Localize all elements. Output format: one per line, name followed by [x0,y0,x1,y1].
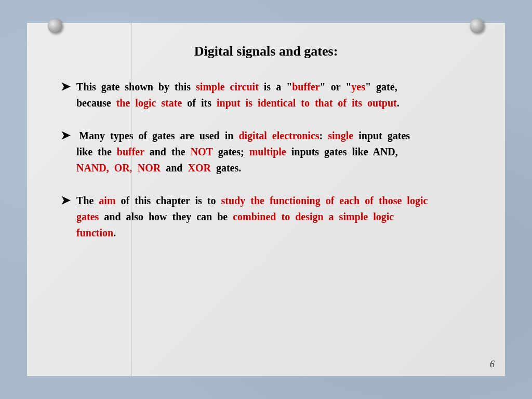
highlight-combined: combined to design a simple logic [233,211,394,222]
content-area: ➤ This gate shown by this simple circuit… [56,79,476,361]
highlight-nand-or-nor: NAND, OR, NOR [76,162,161,174]
bullet-text-3: The aim of this chapter is to study the … [76,193,428,241]
highlight-simple-circuit: simple circuit [196,81,259,92]
bullet-arrow-1: ➤ [61,80,70,94]
highlight-buffer-1: buffer [292,81,320,92]
highlight-gates: gates [76,211,99,222]
highlight-logic-state: the logic state [116,97,182,109]
highlight-aim: aim [99,195,115,206]
highlight-digital-electronics: digital electronics [238,130,319,141]
bullet-arrow-2: ➤ [61,129,70,142]
highlight-yes: yes [351,81,365,92]
highlight-buffer-2: buffer [117,146,144,157]
page-number: 6 [490,359,495,370]
highlight-function: function [76,227,113,238]
bullet-text-1: This gate shown by this simple circuit i… [76,79,400,111]
slide-title: Digital signals and gates: [56,44,476,64]
slide-container: Digital signals and gates: ➤ This gate s… [27,23,505,376]
highlight-input-identical: input is identical to that of its output [217,97,397,109]
highlight-study: study the functioning of each of those l… [221,195,428,206]
bullet-arrow-3: ➤ [61,194,70,207]
highlight-not: NOT [191,146,213,157]
pin-top-right [470,19,484,33]
pin-top-left [48,19,62,33]
slide: Digital signals and gates: ➤ This gate s… [27,23,505,376]
bullet-item-3: ➤ The aim of this chapter is to study th… [61,193,476,241]
highlight-single: single [328,130,353,141]
highlight-xor: XOR [188,162,210,174]
bullet-item-2: ➤ Many types of gates are used in digita… [61,128,476,176]
bullet-text-2: Many types of gates are used in digital … [76,128,410,176]
highlight-multiple: multiple [249,146,286,157]
bullet-item-1: ➤ This gate shown by this simple circuit… [61,79,476,111]
